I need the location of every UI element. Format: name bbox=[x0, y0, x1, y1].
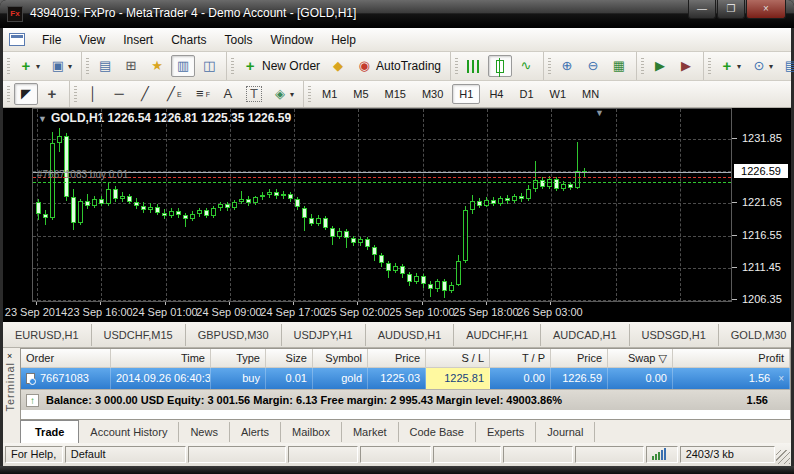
one-click-trading-expander-icon[interactable]: ▼ bbox=[38, 114, 47, 124]
column-header-swap[interactable]: Swap ▽ bbox=[608, 349, 673, 367]
periods-button[interactable]: ⊙▾ bbox=[747, 55, 777, 77]
terminal-tab-alerts[interactable]: Alerts bbox=[230, 422, 281, 442]
dropdown-caret-icon[interactable]: ▾ bbox=[36, 62, 40, 71]
timeframe-h4[interactable]: H4 bbox=[482, 84, 510, 104]
terminal-tab-experts[interactable]: Experts bbox=[476, 422, 536, 442]
terminal-tab-journal[interactable]: Journal bbox=[536, 422, 595, 442]
equidistant-channel-button[interactable]: ╱E bbox=[159, 83, 186, 105]
chart-shift-button[interactable]: ▶ bbox=[674, 55, 698, 77]
timeframe-m15[interactable]: M15 bbox=[378, 84, 413, 104]
symbol-tab-audusd-h1[interactable]: AUDUSD,H1 bbox=[366, 324, 455, 346]
terminal-close-icon[interactable]: × bbox=[7, 351, 12, 361]
symbol-tab-eurusd-h1[interactable]: EURUSD,H1 bbox=[3, 324, 92, 346]
symbol-tab-gold-m30[interactable]: GOLD,M30 bbox=[719, 324, 794, 346]
vertical-line-button[interactable]: │ bbox=[81, 83, 105, 105]
auto-scroll-button[interactable]: ▶ bbox=[648, 55, 672, 77]
column-header-time[interactable]: Time bbox=[111, 349, 211, 367]
column-header-price[interactable]: Price bbox=[551, 349, 608, 367]
chart-window-icon[interactable] bbox=[9, 33, 25, 46]
symbol-tab-usdchf-m15[interactable]: USDCHF,M15 bbox=[92, 324, 186, 346]
timeframe-d1[interactable]: D1 bbox=[512, 84, 540, 104]
symbol-tab-gbpusd-m30[interactable]: GBPUSD,M30 bbox=[186, 324, 282, 346]
resize-grip[interactable] bbox=[776, 450, 790, 464]
open-order-row[interactable]: 766710832014.09.26 06:40:39buy0.01gold12… bbox=[21, 368, 790, 389]
menu-item-view[interactable]: View bbox=[70, 29, 114, 51]
title-bar[interactable]: Fx 4394019: FxPro - MetaTrader 4 - Demo … bbox=[0, 0, 794, 28]
terminal-tab-mailbox[interactable]: Mailbox bbox=[281, 422, 342, 442]
chart-plot-area[interactable]: ▼GOLD,H1 1226.54 1226.81 1225.35 1226.59… bbox=[32, 108, 732, 302]
timeframe-w1[interactable]: W1 bbox=[543, 84, 574, 104]
trendline-button[interactable]: ╱ bbox=[133, 83, 157, 105]
dropdown-caret-icon[interactable]: ▾ bbox=[737, 62, 741, 71]
timeframe-mn[interactable]: MN bbox=[575, 84, 606, 104]
terminal-tab-account-history[interactable]: Account History bbox=[79, 422, 179, 442]
timeframe-m30[interactable]: M30 bbox=[415, 84, 450, 104]
text-label-button[interactable]: T bbox=[242, 83, 266, 105]
zoom-in-button[interactable]: ⊕ bbox=[555, 55, 579, 77]
dropdown-caret-icon[interactable]: ▾ bbox=[68, 62, 72, 71]
column-header-tp[interactable]: T / P bbox=[490, 349, 551, 367]
timeframe-m5[interactable]: M5 bbox=[346, 84, 375, 104]
dropdown-caret-icon[interactable]: ▾ bbox=[769, 62, 773, 71]
candlestick-chart-button[interactable] bbox=[488, 55, 512, 77]
menu-item-file[interactable]: File bbox=[33, 29, 70, 51]
timeframe-h1[interactable]: H1 bbox=[452, 84, 480, 104]
minimize-button[interactable]: — bbox=[688, 0, 716, 19]
strategy-tester-button[interactable]: ◫ bbox=[197, 55, 221, 77]
column-header-sl[interactable]: S / L bbox=[426, 349, 490, 367]
metaeditor-button[interactable]: ◆ bbox=[326, 55, 350, 77]
menu-item-help[interactable]: Help bbox=[322, 29, 365, 51]
menu-item-tools[interactable]: Tools bbox=[216, 29, 262, 51]
close-order-icon[interactable]: × bbox=[778, 373, 784, 384]
menu-item-charts[interactable]: Charts bbox=[162, 29, 215, 51]
indicators-button[interactable]: +▾ bbox=[715, 55, 745, 77]
data-window-button[interactable]: ⊞ bbox=[119, 55, 143, 77]
column-header-profit[interactable]: Profit bbox=[673, 349, 790, 367]
terminal-tab-news[interactable]: News bbox=[179, 422, 230, 442]
candlestick-chart-icon bbox=[496, 60, 504, 73]
terminal-tab-market[interactable]: Market bbox=[342, 422, 399, 442]
symbol-tab-audcad-h1[interactable]: AUDCAD,H1 bbox=[541, 324, 630, 346]
text-button[interactable]: A bbox=[216, 83, 240, 105]
terminal-button[interactable]: ▥ bbox=[171, 55, 195, 77]
fibonacci-button[interactable]: ≡F bbox=[188, 83, 214, 105]
navigator-button[interactable]: ★ bbox=[145, 55, 169, 77]
line-chart-button[interactable]: ∿ bbox=[514, 55, 538, 77]
profiles-button[interactable]: ▣▾ bbox=[46, 55, 76, 77]
column-header-order[interactable]: Order bbox=[21, 349, 111, 367]
terminal-tab-trade[interactable]: Trade bbox=[20, 420, 79, 443]
column-header-symbol[interactable]: Symbol bbox=[313, 349, 368, 367]
timeframe-m1[interactable]: M1 bbox=[315, 84, 344, 104]
dropdown-caret-icon[interactable]: ▾ bbox=[290, 90, 294, 99]
column-header-size[interactable]: Size bbox=[266, 349, 313, 367]
candle-body bbox=[295, 199, 300, 207]
close-button[interactable]: × bbox=[746, 0, 786, 19]
market-watch-button[interactable]: ▤ bbox=[93, 55, 117, 77]
candle-body bbox=[169, 211, 174, 217]
maximize-button[interactable]: ❐ bbox=[717, 0, 745, 19]
menu-item-insert[interactable]: Insert bbox=[114, 29, 162, 51]
symbol-tab-usdsgd-h1[interactable]: USDSGD,H1 bbox=[630, 324, 719, 346]
crosshair-button[interactable]: + bbox=[40, 83, 64, 105]
horizontal-line-button[interactable]: ─ bbox=[107, 83, 131, 105]
candle-body bbox=[526, 189, 531, 199]
new-order-button[interactable]: +New Order bbox=[238, 55, 324, 77]
bar-chart-button[interactable] bbox=[462, 55, 486, 77]
symbol-tab-audchf-h1[interactable]: AUDCHF,H1 bbox=[454, 324, 541, 346]
new-chart-button[interactable]: +▾ bbox=[14, 55, 44, 77]
zoom-out-button[interactable]: ⊖ bbox=[581, 55, 605, 77]
arrows-button[interactable]: ◈▾ bbox=[268, 83, 298, 105]
terminal-tab-code-base[interactable]: Code Base bbox=[399, 422, 476, 442]
cursor-button[interactable]: ◤ bbox=[14, 83, 38, 105]
autotrading-button[interactable]: ◉AutoTrading bbox=[352, 55, 445, 77]
candle-body bbox=[281, 194, 286, 197]
column-header-price[interactable]: Price bbox=[368, 349, 426, 367]
templates-button[interactable]: ▤▾ bbox=[779, 55, 794, 77]
symbol-tab-usdjpy-h1[interactable]: USDJPY,H1 bbox=[282, 324, 366, 346]
price-axis[interactable]: 1231.851221.651216.551211.451206.351226.… bbox=[732, 108, 791, 322]
column-header-type[interactable]: Type bbox=[211, 349, 266, 367]
time-axis[interactable]: 23 Sep 201423 Sep 16:0024 Sep 01:0024 Se… bbox=[32, 302, 732, 322]
time-axis-tick bbox=[357, 302, 358, 305]
tile-windows-button[interactable]: ▦ bbox=[607, 55, 631, 77]
menu-item-window[interactable]: Window bbox=[262, 29, 323, 51]
